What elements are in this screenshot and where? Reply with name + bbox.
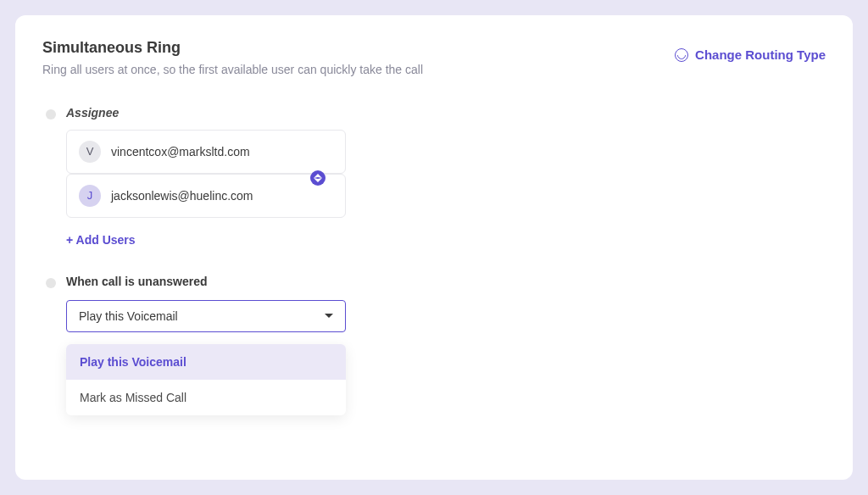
assignee-section: Assignee V vincentcox@marksltd.com J jac… [42, 106, 826, 248]
page-description: Ring all users at once, so the first ava… [42, 62, 675, 79]
title-block: Simultaneous Ring Ring all users at once… [42, 39, 675, 79]
dropdown-option-missed[interactable]: Mark as Missed Call [66, 380, 346, 415]
header: Simultaneous Ring Ring all users at once… [42, 39, 826, 79]
assignee-list: V vincentcox@marksltd.com J jacksonlewis… [66, 130, 346, 218]
unanswered-section: When call is unanswered Play this Voicem… [42, 275, 826, 415]
select-value: Play this Voicemail [79, 309, 178, 323]
change-routing-label: Change Routing Type [695, 47, 826, 62]
connector-icon[interactable] [310, 170, 326, 186]
avatar: J [79, 185, 101, 207]
settings-card: Simultaneous Ring Ring all users at once… [15, 15, 853, 480]
unanswered-label: When call is unanswered [66, 275, 826, 288]
assignee-email: jacksonlewis@huelinc.com [111, 189, 253, 203]
change-routing-link[interactable]: Change Routing Type [675, 39, 826, 62]
chevron-down-icon [325, 314, 333, 318]
dropdown-menu: Play this Voicemail Mark as Missed Call [66, 344, 346, 415]
add-users-button[interactable]: + Add Users [66, 233, 136, 247]
assignee-email: vincentcox@marksltd.com [111, 145, 250, 159]
assignee-item[interactable]: J jacksonlewis@huelinc.com [66, 174, 346, 218]
assignee-label: Assignee [66, 106, 826, 120]
avatar: V [79, 141, 101, 163]
unanswered-select[interactable]: Play this Voicemail [66, 300, 346, 332]
assignee-item[interactable]: V vincentcox@marksltd.com [66, 130, 346, 174]
select-wrapper: Play this Voicemail Play this Voicemail … [66, 300, 346, 415]
refresh-icon [675, 48, 688, 62]
page-title: Simultaneous Ring [42, 39, 675, 57]
dropdown-option-voicemail[interactable]: Play this Voicemail [66, 344, 346, 380]
